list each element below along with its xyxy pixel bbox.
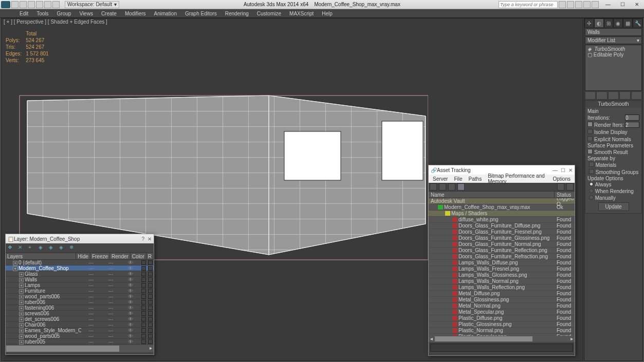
viewport-label[interactable]: [ + ] [ Perspective ] [ Shaded + Edged F…	[4, 19, 107, 25]
asset-row[interactable]: Plastic_Diffuse.pngFound	[429, 315, 575, 321]
asset-row[interactable]: Metal_Normal.pngFound	[429, 303, 575, 309]
layer-row[interactable]: +Chair006------👁	[6, 322, 154, 328]
asset-row[interactable]: Doors_Glass_Furniture_Fresnel.pngFound	[429, 229, 575, 235]
menu-help[interactable]: Help	[318, 9, 337, 18]
menu-graph-editors[interactable]: Graph Editors	[181, 9, 221, 18]
asset-row[interactable]: Autodesk VaultLogged O	[429, 198, 575, 204]
menu-modifiers[interactable]: Modifiers	[121, 9, 150, 18]
tab-create-icon[interactable]: ✢	[584, 18, 594, 28]
render-iters-spinner[interactable]: 2	[625, 122, 639, 128]
update-button[interactable]: Update	[598, 202, 629, 211]
asset-row[interactable]: Doors_Glass_Furniture_Normal.pngFound	[429, 241, 575, 247]
materials-check[interactable]	[589, 162, 594, 167]
asset-row[interactable]: Doors_Glass_Furniture_Diffuse.pngFound	[429, 223, 575, 229]
add-selection-icon[interactable]: +	[28, 244, 35, 252]
asset-row[interactable]: Metal_Diffuse.pngFound	[429, 291, 575, 297]
prefs-icon[interactable]	[557, 183, 564, 190]
asset-row[interactable]: Lamps_Walls_Normal.pngFound	[429, 278, 575, 284]
qat-undo-icon[interactable]	[36, 1, 43, 8]
col-radiosity[interactable]: R	[146, 253, 154, 259]
smoothing-groups-check[interactable]	[589, 169, 594, 174]
refresh-icon[interactable]	[430, 183, 437, 190]
stack-item[interactable]: ▢ Editable Poly	[586, 52, 640, 58]
dialog-close-icon[interactable]: ✕	[568, 167, 573, 173]
col-color[interactable]: Color	[131, 253, 146, 259]
always-radio[interactable]	[589, 182, 594, 186]
layer-row[interactable]: +Eames_Style_Modern_Chair006------👁	[6, 328, 154, 333]
layer-list[interactable]: +0 (default)------👁+Modern_Coffee_Shop--…	[6, 260, 154, 345]
layer-row[interactable]: +Lamps------👁	[6, 282, 154, 288]
exchange-icon[interactable]	[575, 1, 582, 8]
asset-row[interactable]: Doors_Glass_Furniture_Reflection.pngFoun…	[429, 247, 575, 254]
asset-row[interactable]: Plastic_Normal.pngFound	[429, 328, 575, 334]
asset-list[interactable]: Autodesk VaultLogged OModern_Coffee_Shop…	[429, 198, 575, 336]
asset-row[interactable]: Doors_Glass_Furniture_Refraction.pngFoun…	[429, 254, 575, 260]
menu-animation[interactable]: Animation	[150, 9, 180, 18]
menu-tools[interactable]: Tools	[32, 9, 52, 18]
dialog-maximize-icon[interactable]: ☐	[561, 167, 565, 173]
hide-unhide-icon[interactable]: ◈	[59, 244, 66, 252]
favorite-icon[interactable]	[583, 1, 591, 8]
menu-rendering[interactable]: Rendering	[221, 9, 253, 18]
tab-display-icon[interactable]: ▦	[623, 18, 633, 28]
lock-icon[interactable]	[566, 183, 574, 190]
menu-edit[interactable]: Edit	[15, 9, 32, 18]
new-layer-icon[interactable]: ❖	[8, 244, 15, 252]
asset-row[interactable]: Plastic_Specular.pngFound	[429, 334, 575, 336]
modifier-stack[interactable]: ◈ TurboSmooth ▢ Editable Poly	[585, 45, 642, 91]
dialog-minimize-icon[interactable]: ―	[553, 167, 558, 173]
table-icon[interactable]	[457, 183, 465, 190]
highlight-icon[interactable]: ◈	[49, 244, 56, 252]
layer-row[interactable]: +ruber006------👁	[6, 299, 154, 305]
layer-row[interactable]: +wood_parts005------👁	[6, 333, 154, 339]
maximize-button[interactable]: ☐	[615, 1, 630, 9]
col-render[interactable]: Render	[110, 253, 131, 259]
asset-row[interactable]: Modern_Coffee_Shop_max_vray.maxOk	[429, 204, 575, 211]
qat-redo-icon[interactable]	[44, 1, 51, 8]
manually-radio[interactable]	[589, 195, 594, 200]
qat-open-icon[interactable]	[20, 1, 27, 8]
col-freeze[interactable]: Freeze	[90, 253, 110, 259]
layer-row[interactable]: +fastening006------👁	[6, 305, 154, 311]
layer-row[interactable]: +0 (default)------👁	[6, 260, 154, 265]
object-name-field[interactable]: Walls	[585, 28, 642, 36]
asset-row[interactable]: diffuse_white.pngFound	[429, 217, 575, 223]
col-name[interactable]: Name	[429, 192, 555, 198]
rollout-title[interactable]: TurboSmooth	[585, 101, 641, 107]
select-objects-icon[interactable]: ◈	[39, 244, 46, 252]
minimize-button[interactable]: ―	[601, 1, 615, 9]
layer-row[interactable]: +wood_parts006------👁	[6, 294, 154, 299]
tab-hierarchy-icon[interactable]: ⊞	[604, 18, 614, 28]
dialog-help-icon[interactable]: ?	[141, 236, 144, 242]
search-input[interactable]	[499, 1, 558, 8]
when-rendering-radio[interactable]	[589, 188, 594, 193]
asset-row[interactable]: Metal_Glossiness.pngFound	[429, 297, 575, 303]
close-button[interactable]: ✕	[630, 1, 644, 9]
layer-row[interactable]: +Glass------👁	[6, 271, 154, 277]
asset-menu-options[interactable]: Options	[550, 176, 574, 182]
render-iters-check[interactable]	[587, 122, 593, 127]
asset-menu-paths[interactable]: Paths	[466, 176, 485, 182]
asset-menu-bitmap[interactable]: Bitmap Performance and Memory	[485, 173, 549, 184]
freeze-icon[interactable]: ❄	[69, 244, 77, 252]
qat-link-icon[interactable]	[52, 1, 60, 8]
qat-new-icon[interactable]	[11, 1, 19, 8]
layer-row[interactable]: +fastening005------👁	[6, 345, 154, 345]
configure-sets-icon[interactable]	[631, 91, 642, 100]
menu-customize[interactable]: Customize	[253, 9, 285, 18]
layer-row[interactable]: +Modern_Coffee_Shop------👁	[6, 265, 154, 271]
app-logo-icon[interactable]	[1, 1, 10, 8]
layer-row[interactable]: +Furniture------👁	[6, 288, 154, 294]
help-icon[interactable]	[592, 1, 599, 8]
menu-create[interactable]: Create	[97, 9, 121, 18]
delete-layer-icon[interactable]: ✕	[18, 244, 25, 252]
subscription-icon[interactable]	[567, 1, 574, 8]
tab-motion-icon[interactable]: ◉	[613, 18, 623, 28]
asset-scrollbar[interactable]: ◂▸	[429, 336, 575, 342]
asset-row[interactable]: Metal_Specular.pngFound	[429, 309, 575, 315]
col-layers[interactable]: Layers	[6, 253, 76, 259]
search-icon[interactable]	[559, 1, 566, 8]
asset-row[interactable]: Doors_Glass_Furniture_Glossiness.pngFoun…	[429, 235, 575, 241]
dialog-close-icon[interactable]: ✕	[148, 236, 152, 242]
asset-menu-file[interactable]: File	[451, 176, 465, 182]
